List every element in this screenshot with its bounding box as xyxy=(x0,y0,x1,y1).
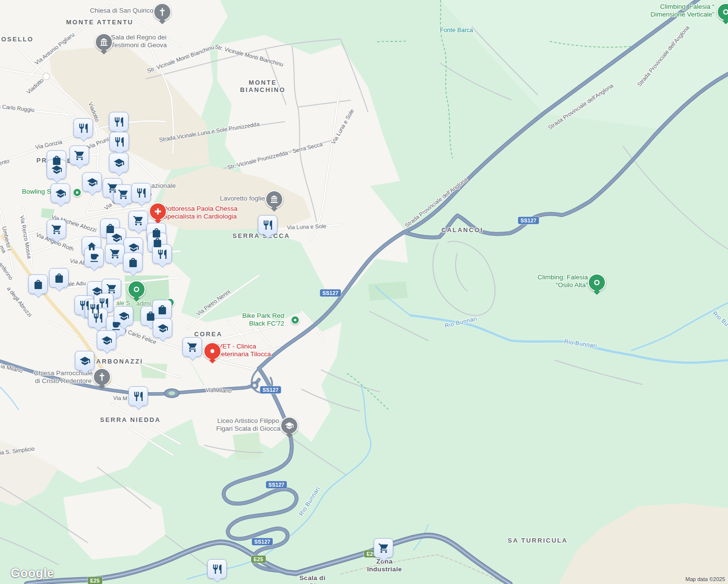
school-icon xyxy=(79,355,91,366)
restaurant-icon xyxy=(136,187,147,199)
map-canvas[interactable]: ROSELLOMONTE ATTENTUMONTEBIANCHINOSERRA … xyxy=(0,0,728,584)
school-pin[interactable] xyxy=(82,172,102,192)
school-pin[interactable] xyxy=(75,351,94,370)
shopping-icon xyxy=(157,304,168,315)
restaurant-pin[interactable] xyxy=(131,183,151,202)
medical-icon xyxy=(153,207,163,216)
cafe-icon xyxy=(89,252,100,263)
park-poi-pin[interactable] xyxy=(127,280,146,298)
school-icon xyxy=(87,177,98,188)
museum-icon xyxy=(270,195,279,204)
outdoor-poi-icon xyxy=(132,285,141,294)
supermarket-pin[interactable] xyxy=(105,244,125,263)
school-pin[interactable] xyxy=(51,183,70,203)
supermarket-pin[interactable] xyxy=(70,146,89,165)
restaurant-icon xyxy=(98,297,109,309)
shopping-icon xyxy=(152,237,163,248)
bowling-poi-dot[interactable] xyxy=(73,188,82,197)
climbing-dimensione-verticale-pin[interactable] xyxy=(717,3,728,21)
shopping-icon xyxy=(33,279,44,290)
sala-del-regno-pin[interactable] xyxy=(95,33,113,51)
supermarket-icon xyxy=(378,543,389,554)
shopping-icon xyxy=(127,257,139,268)
school-icon xyxy=(91,286,103,297)
restaurant-icon xyxy=(212,564,223,575)
chiesa-cristo-redentore-pin[interactable] xyxy=(93,368,111,386)
school-pin[interactable] xyxy=(97,330,116,350)
shopping-pin[interactable] xyxy=(28,274,48,294)
supermarket-icon xyxy=(133,215,144,226)
shopping-icon xyxy=(145,310,156,322)
school-icon xyxy=(101,335,112,346)
supermarket-icon xyxy=(74,150,85,161)
dottoressa-chessa-pin[interactable] xyxy=(149,202,167,220)
supermarket-pin[interactable] xyxy=(128,211,148,230)
outdoor-poi-icon xyxy=(592,278,601,287)
restaurant-icon xyxy=(157,249,168,260)
shopping-pin[interactable] xyxy=(123,253,143,272)
chiesa-san-quirico-pin[interactable] xyxy=(153,3,171,21)
school-icon xyxy=(128,242,139,253)
school-pin[interactable] xyxy=(109,153,128,172)
restaurant-icon xyxy=(113,116,125,128)
supermarket-pin[interactable] xyxy=(47,219,66,239)
outdoor-poi-icon xyxy=(721,7,728,17)
cafe-icon xyxy=(110,320,122,331)
vet-clinica-pin[interactable] xyxy=(203,342,221,360)
church-icon xyxy=(158,7,167,17)
lavoretto-foglie-pin[interactable] xyxy=(265,190,283,208)
school-icon xyxy=(55,188,66,199)
liceo-artistico-pin[interactable] xyxy=(280,417,298,435)
school-gray-icon xyxy=(285,421,294,430)
school-icon xyxy=(157,323,168,334)
restaurant-pin[interactable] xyxy=(73,118,93,138)
poi-pins-layer xyxy=(0,0,728,584)
kingdom-hall-icon xyxy=(99,37,109,47)
supermarket-icon xyxy=(106,283,117,294)
zona-industriale-pin[interactable] xyxy=(374,538,393,558)
school-icon xyxy=(51,164,62,175)
restaurant-icon xyxy=(133,391,144,402)
restaurant-pin[interactable] xyxy=(109,132,129,151)
supermarket-icon xyxy=(107,182,118,194)
supermarket-icon xyxy=(118,189,129,200)
school-icon xyxy=(111,232,122,243)
restaurant-pin[interactable] xyxy=(109,112,128,131)
restaurant-pin[interactable] xyxy=(207,559,227,579)
shopping-icon xyxy=(54,273,65,284)
shopping-pin[interactable] xyxy=(49,268,69,288)
restaurant-icon xyxy=(79,300,90,311)
school-icon xyxy=(113,157,125,168)
supermarket-icon xyxy=(187,342,198,353)
school-icon xyxy=(118,310,129,322)
supermarket-pin[interactable] xyxy=(182,337,202,357)
restaurant-icon xyxy=(262,219,273,231)
restaurant-icon xyxy=(114,136,125,147)
restaurant-icon xyxy=(78,123,89,134)
supermarket-icon xyxy=(51,224,62,235)
bike-park-poi-dot[interactable] xyxy=(291,315,300,325)
building-icon xyxy=(86,241,97,252)
supermarket-icon xyxy=(109,248,121,259)
restaurant-pin[interactable] xyxy=(128,386,148,406)
veterinary-icon xyxy=(208,347,217,356)
restaurant-pin[interactable] xyxy=(258,215,277,235)
church-icon xyxy=(97,372,107,382)
restaurant-icon xyxy=(92,312,104,324)
climbing-osilo-alta-pin[interactable] xyxy=(588,274,606,292)
